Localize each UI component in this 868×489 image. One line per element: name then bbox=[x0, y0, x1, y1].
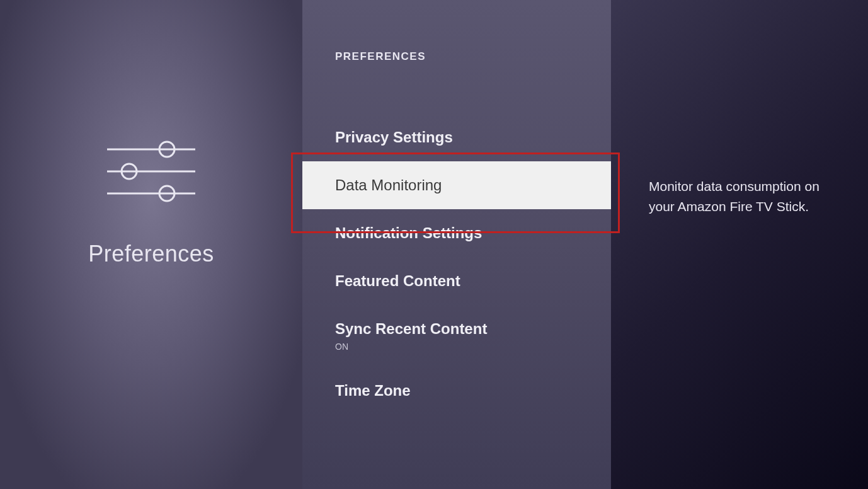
left-panel: Preferences bbox=[0, 0, 302, 489]
description-panel: Monitor data consumption on your Amazon … bbox=[611, 0, 868, 489]
menu-item-label: Privacy Settings bbox=[335, 129, 578, 146]
menu-item-data-monitoring[interactable]: Data Monitoring bbox=[302, 161, 611, 209]
menu-item-time-zone[interactable]: Time Zone bbox=[302, 367, 611, 415]
menu-item-label: Data Monitoring bbox=[335, 176, 578, 194]
menu-item-label: Sync Recent Content bbox=[335, 320, 578, 338]
menu-item-notification-settings[interactable]: Notification Settings bbox=[302, 209, 611, 257]
menu-item-label: Featured Content bbox=[335, 272, 578, 290]
menu-list: Privacy Settings Data Monitoring Notific… bbox=[302, 113, 611, 415]
menu-panel: PREFERENCES Privacy Settings Data Monito… bbox=[302, 0, 611, 489]
menu-item-featured-content[interactable]: Featured Content bbox=[302, 257, 611, 305]
section-header: PREFERENCES bbox=[302, 50, 611, 63]
preferences-sliders-icon bbox=[101, 134, 202, 209]
menu-item-sync-recent-content[interactable]: Sync Recent Content ON bbox=[302, 305, 611, 367]
menu-item-label: Notification Settings bbox=[335, 224, 578, 242]
page-title: Preferences bbox=[88, 241, 214, 267]
menu-item-subtext: ON bbox=[335, 342, 578, 352]
item-description: Monitor data consumption on your Amazon … bbox=[649, 176, 843, 216]
menu-item-privacy-settings[interactable]: Privacy Settings bbox=[302, 113, 611, 161]
menu-item-label: Time Zone bbox=[335, 382, 578, 400]
